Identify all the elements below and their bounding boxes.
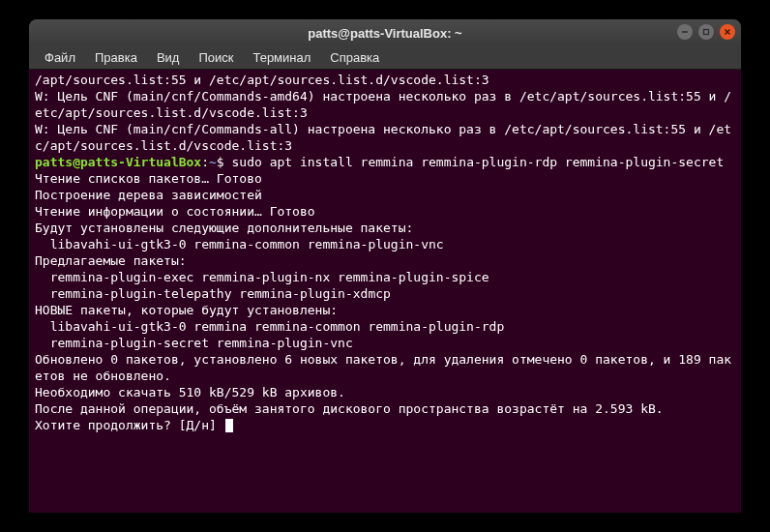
output-line: Чтение списков пакетов… Готово	[35, 171, 262, 186]
output-line: W: Цель CNF (main/cnf/Commands-all) наст…	[35, 122, 731, 153]
minimize-icon	[681, 27, 689, 38]
close-icon	[724, 27, 731, 38]
output-line: Будут установлены следующие дополнительн…	[35, 221, 413, 235]
cursor-icon	[225, 419, 233, 432]
menu-search[interactable]: Поиск	[191, 48, 241, 67]
prompt-continue: Хотите продолжить? [Д/н]	[35, 418, 224, 432]
menu-help[interactable]: Справка	[322, 48, 387, 67]
maximize-icon	[702, 27, 710, 38]
window-controls	[677, 24, 735, 40]
menu-view[interactable]: Вид	[149, 48, 188, 67]
menu-terminal[interactable]: Терминал	[245, 48, 318, 67]
output-line: Чтение информации о состоянии… Готово	[35, 204, 315, 219]
prompt-dollar: $	[217, 155, 224, 169]
prompt-path: ~	[209, 155, 217, 169]
output-line: Необходимо скачать 510 kB/529 kB архивов…	[35, 385, 345, 399]
output-line: remmina-plugin-secret remmina-plugin-vnc	[35, 336, 353, 350]
maximize-button[interactable]	[698, 24, 714, 40]
output-line: НОВЫЕ пакеты, которые будут установлены:	[35, 303, 338, 317]
terminal-output[interactable]: /apt/sources.list:55 и /etc/apt/sources.…	[29, 70, 741, 435]
output-line: remmina-plugin-telepathy remmina-plugin-…	[35, 286, 391, 301]
window-title: patts@patts-VirtualBox: ~	[308, 26, 461, 41]
output-line: /apt/sources.list:55 и /etc/apt/sources.…	[35, 73, 489, 87]
titlebar: patts@patts-VirtualBox: ~	[29, 19, 741, 46]
output-line: Предлагаемые пакеты:	[35, 253, 187, 268]
menubar: Файл Правка Вид Поиск Терминал Справка	[29, 46, 741, 70]
output-line: После данной операции, объём занятого ди…	[35, 401, 664, 416]
menu-edit[interactable]: Правка	[87, 48, 145, 67]
output-line: libavahi-ui-gtk3-0 remmina remmina-commo…	[35, 319, 504, 334]
prompt-user-host: patts@patts-VirtualBox	[35, 155, 201, 169]
output-line: Обновлено 0 пакетов, установлено 6 новых…	[35, 352, 731, 383]
output-line: remmina-plugin-exec remmina-plugin-nx re…	[35, 270, 489, 284]
output-line: W: Цель CNF (main/cnf/Commands-amd64) на…	[35, 89, 731, 120]
close-button[interactable]	[720, 24, 735, 40]
minimize-button[interactable]	[677, 24, 693, 40]
output-line: libavahi-ui-gtk3-0 remmina-common remmin…	[35, 237, 444, 251]
output-line: Построение дерева зависимостей	[35, 188, 262, 202]
prompt-colon: :	[201, 155, 209, 169]
command-text: sudo apt install remmina remmina-plugin-…	[232, 155, 725, 169]
menu-file[interactable]: Файл	[37, 48, 83, 67]
terminal-window: patts@patts-VirtualBox: ~ Файл Правка Ви…	[29, 19, 741, 513]
svg-rect-1	[704, 29, 709, 34]
